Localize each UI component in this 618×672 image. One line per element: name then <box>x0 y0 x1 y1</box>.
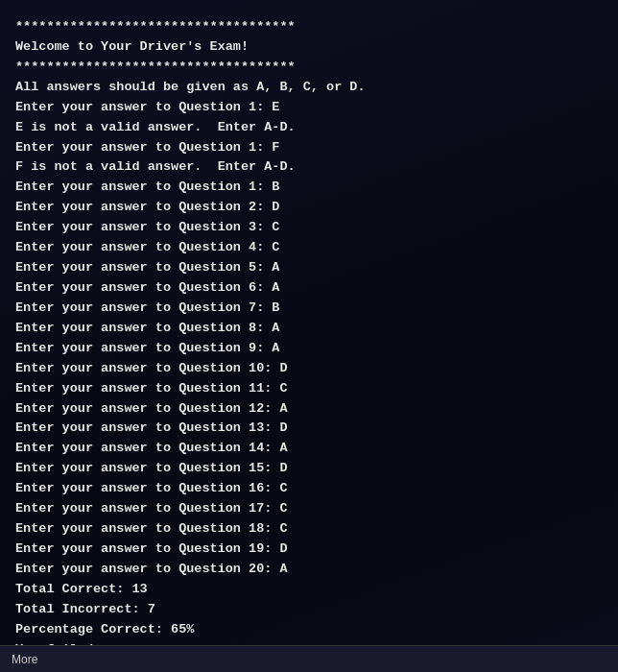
terminal-line: Enter your answer to Question 14: A <box>15 439 603 459</box>
terminal-output: ************************************Welc… <box>0 0 618 645</box>
terminal-line: Enter your answer to Question 19: D <box>15 540 603 560</box>
terminal-line: Enter your answer to Question 6: A <box>15 278 603 299</box>
terminal-line: Enter your answer to Question 11: C <box>15 379 603 399</box>
terminal-line: All answers should be given as A, B, C, … <box>15 78 603 98</box>
terminal-line: Enter your answer to Question 15: D <box>15 459 603 479</box>
terminal-line: Enter your answer to Question 8: A <box>15 319 603 339</box>
terminal-line: Enter your answer to Question 17: C <box>15 499 603 519</box>
terminal-line: Total Incorrect: 7 <box>15 600 603 620</box>
terminal-line: Enter your answer to Question 5: A <box>15 258 603 278</box>
terminal-line: Enter your answer to Question 7: B <box>15 299 603 319</box>
terminal-line: Enter your answer to Question 10: D <box>15 359 603 379</box>
terminal-line: Enter your answer to Question 1: E <box>15 98 603 118</box>
terminal-line: Enter your answer to Question 3: C <box>15 218 603 238</box>
terminal-line: ************************************ <box>15 17 603 37</box>
terminal-line: Welcome to Your Driver's Exam! <box>15 37 603 58</box>
terminal-line: Enter your answer to Question 4: C <box>15 238 603 258</box>
bottom-bar: More <box>0 645 618 672</box>
terminal-line: Enter your answer to Question 1: B <box>15 178 603 198</box>
terminal-line: Enter your answer to Question 1: F <box>15 138 603 158</box>
terminal-line: Enter your answer to Question 9: A <box>15 339 603 359</box>
terminal-line: Enter your answer to Question 16: C <box>15 479 603 499</box>
terminal-line: Enter your answer to Question 20: A <box>15 560 603 580</box>
terminal-line: Enter your answer to Question 18: C <box>15 519 603 540</box>
terminal-line: F is not a valid answer. Enter A-D. <box>15 157 603 178</box>
terminal-line: Enter your answer to Question 13: D <box>15 419 603 439</box>
terminal-line: Enter your answer to Question 2: D <box>15 198 603 218</box>
terminal-line: Percentage Correct: 65% <box>15 620 603 640</box>
terminal-line: Total Correct: 13 <box>15 580 603 600</box>
terminal-line: Enter your answer to Question 12: A <box>15 399 603 420</box>
terminal-line: ************************************ <box>15 58 603 78</box>
more-label[interactable]: More <box>12 653 37 666</box>
terminal-line: E is not a valid answer. Enter A-D. <box>15 118 603 138</box>
